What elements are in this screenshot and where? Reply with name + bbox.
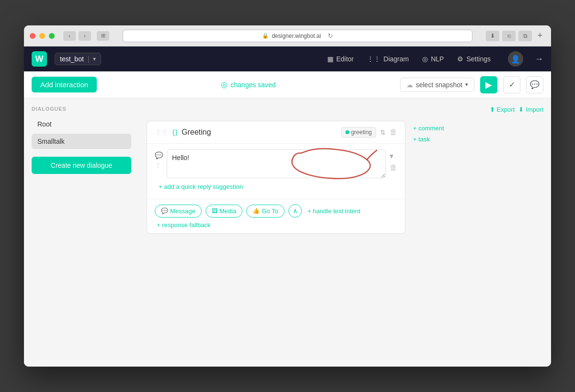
changes-saved-text: changes saved [230,81,276,89]
cloud-icon: ☁ [406,81,413,89]
editor-icon: ▦ [327,55,334,63]
response-fallback-btn[interactable]: + response fallback [157,221,210,229]
sort-icon[interactable]: ⇅ [380,128,386,136]
app-content: DIALOGUES Root Smalltalk Create new dial… [24,98,551,367]
message-icons: 💬 ⋮ [155,150,163,169]
sidebar: DIALOGUES Root Smalltalk Create new dial… [24,98,139,367]
address-text: designer.wingbot.ai [272,33,321,39]
message-btn-label: Message [170,208,196,215]
interaction-type-icon: ⟨⟩ [172,128,178,137]
maximize-btn[interactable] [49,33,55,39]
message-btn-icon: 💬 [161,208,168,214]
share-btn[interactable]: ⎋ [502,31,516,41]
app-navbar: W test_bot | ▾ ▦ Editor ⋮⋮ Diagram ◎ NLP… [24,46,551,71]
chat-btn[interactable]: 💬 [526,76,543,93]
reload-icon[interactable]: ↻ [328,32,333,39]
comment-button[interactable]: + comment [413,125,444,132]
nav-diagram[interactable]: ⋮⋮ Diagram [361,52,414,66]
deploy-button[interactable]: ▶ [480,76,497,93]
import-icon: ⬇ [518,106,524,113]
sidebar-item-root-label: Root [37,120,52,128]
nav-editor[interactable]: ▦ Editor [322,52,360,66]
message-collapse-icon[interactable]: ▾ [390,151,397,161]
editor-area: ⬆ Export ⬇ Import ⋮⋮ ⟨⟩ Greeting [139,98,551,367]
nav-diagram-label: Diagram [383,55,409,63]
settings-icon: ⚙ [457,55,463,63]
message-more-icon[interactable]: ⋮ [155,161,163,169]
add-quick-reply-button[interactable]: + add a quick reply suggestion [159,180,243,193]
media-action-btn[interactable]: 🖼 Media [206,205,242,218]
nav-editor-label: Editor [336,55,354,63]
tag-dot [345,130,349,134]
message-block: 💬 ⋮ Hello! ▾ 🗑 [147,144,405,199]
interaction-title: Greeting [182,128,337,137]
sidebar-item-root[interactable]: Root [32,116,131,132]
nav-items: ▦ Editor ⋮⋮ Diagram ◎ NLP ⚙ Settings [322,52,496,66]
sidebar-item-smalltalk-label: Smalltalk [37,138,65,145]
check-circle-btn[interactable]: ✓ [503,76,520,93]
handle-intent-btn[interactable]: + handle text intent [308,208,360,215]
more-actions-btn[interactable]: ∧ [288,204,302,218]
interaction-tag: greeting [341,127,376,138]
tag-label: greeting [351,129,372,136]
action-bar: 💬 Message 🖼 Media 👍 Go To ∧ + handle t [147,199,405,233]
drag-handle-icon[interactable]: ⋮⋮ [155,128,168,136]
goto-btn-icon: 👍 [253,208,260,214]
sidebar-section-label: DIALOGUES [32,106,131,112]
close-btn[interactable] [30,33,35,39]
logout-btn[interactable]: → [535,54,543,64]
goto-action-btn[interactable]: 👍 Go To [246,205,284,218]
app-logo: W [32,51,47,67]
interaction-header: ⋮⋮ ⟨⟩ Greeting greeting ⇅ 🗑 [147,121,405,144]
media-btn-label: Media [219,208,236,215]
export-button[interactable]: ⬆ Export [490,106,515,113]
selector-separator: | [88,55,90,63]
goto-btn-label: Go To [262,208,278,215]
app-toolbar: Add interaction ◎ changes saved ☁ select… [24,71,551,98]
delete-interaction-icon[interactable]: 🗑 [390,128,397,137]
nlp-icon: ◎ [422,55,428,63]
fullscreen-btn[interactable]: ⧉ [518,31,532,41]
saved-check-icon: ◎ [221,80,228,89]
add-interaction-button[interactable]: Add interaction [32,77,97,92]
new-tab-btn[interactable]: + [535,31,545,41]
address-bar: 🔒 designer.wingbot.ai ↻ [123,30,472,42]
nav-nlp-label: NLP [431,55,444,63]
export-icon: ⬆ [490,106,495,113]
back-btn[interactable]: ‹ [63,31,76,41]
message-action-btn[interactable]: 💬 Message [155,205,202,218]
selector-chevron-icon: ▾ [93,56,96,62]
snapshot-selector[interactable]: ☁ select snapshot ▾ [400,78,474,92]
media-btn-icon: 🖼 [212,208,218,214]
create-dialogue-button[interactable]: Create new dialogue [32,157,131,174]
bot-name: test_bot [60,55,84,63]
import-button[interactable]: ⬇ Import [518,106,543,113]
nav-nlp[interactable]: ◎ NLP [416,52,449,66]
snapshot-chevron-icon: ▾ [465,81,468,88]
snapshot-label: select snapshot [416,81,462,89]
nav-settings[interactable]: ⚙ Settings [451,52,496,66]
nav-settings-label: Settings [466,55,491,63]
message-type-icon: 💬 [155,151,163,159]
sidebar-toggle-btn[interactable]: ⊞ [97,31,109,41]
task-button[interactable]: + task [413,136,444,143]
import-label: Import [526,106,543,113]
diagram-icon: ⋮⋮ [367,55,380,63]
sidebar-item-smalltalk[interactable]: Smalltalk [32,134,131,149]
forward-btn[interactable]: › [79,31,91,41]
user-avatar[interactable]: 👤 [508,51,523,67]
message-text-input[interactable]: Hello! [167,150,386,178]
message-content: Hello! ▾ 🗑 [167,150,397,178]
mac-titlebar: ‹ › ⊞ 🔒 designer.wingbot.ai ↻ ⬇ ⎋ ⧉ + [24,25,551,46]
changes-saved-status: ◎ changes saved [221,80,276,89]
interaction-card: ⋮⋮ ⟨⟩ Greeting greeting ⇅ 🗑 [147,121,405,234]
export-label: Export [497,106,515,113]
minimize-btn[interactable] [39,33,45,39]
bot-selector[interactable]: test_bot | ▾ [55,53,101,65]
delete-message-icon[interactable]: 🗑 [390,163,397,172]
download-btn[interactable]: ⬇ [486,31,499,41]
lock-icon: 🔒 [262,33,269,39]
